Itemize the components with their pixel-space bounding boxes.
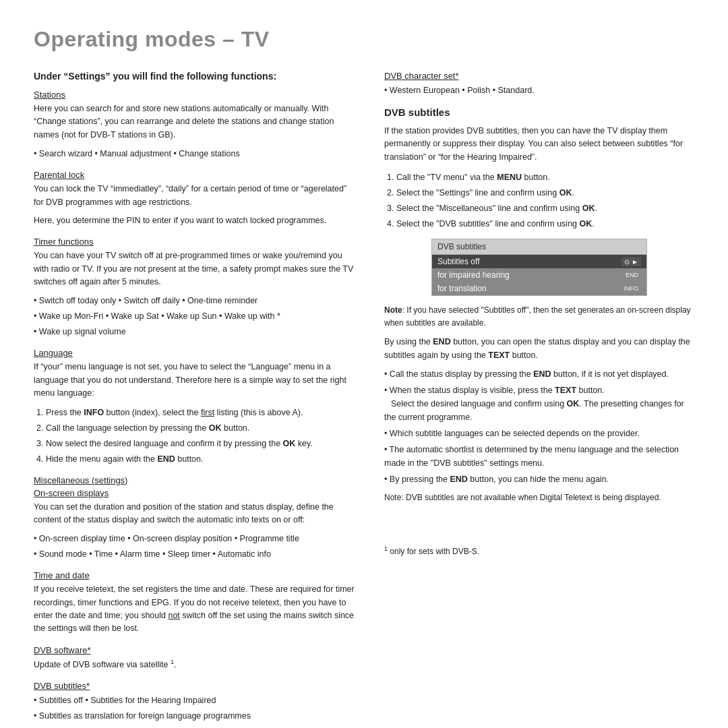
dvb-bullet-4: • The automatic shortlist is determined … [384, 443, 694, 470]
timer-bullets3: • Wake up signal volume [34, 325, 357, 338]
dvb-step-2: Select the "Settings" line and confirm u… [396, 186, 694, 200]
dvb-char-set-title: DVB character set* [384, 71, 694, 81]
dvb-menu-row-2: for impaired hearing END [432, 268, 646, 282]
dvb-menu-box: DVB subtitles Subtitles off ⊙ ► for impa… [431, 239, 647, 296]
language-block: Language If “your” menu language is not … [34, 348, 357, 465]
dvb-subtitles-list-block: DVB subtitles* • Subtitles off • Subtitl… [34, 681, 357, 723]
timer-bullets2: • Wake up Mon-Fri • Wake up Sat • Wake u… [34, 309, 357, 323]
text-bold-para: TEXT [488, 351, 510, 360]
ok-bold-step3: OK [582, 204, 595, 213]
on-screen-bullets2: • Sound mode • Time • Alarm time • Sleep… [34, 547, 357, 561]
timer-bullets1: • Switch off today only • Switch off dai… [34, 294, 357, 307]
language-step-2: Call the language selection by pressing … [46, 421, 357, 435]
footer-area: 1 only for sets with DVB-S. [384, 545, 694, 558]
end-bold-b1: END [533, 369, 551, 379]
dvb-step-4: Select the "DVB subtitles" line and conf… [396, 217, 694, 231]
ok-bold-b2: OK [567, 399, 580, 408]
misc-title: Miscellaneous (settings) [34, 475, 357, 485]
on-screen-para1: You can set the duration and position of… [34, 501, 357, 527]
dvb-menu-row-3: for translation INFO [432, 282, 646, 295]
stations-block: Stations Here you can search for and sto… [34, 90, 357, 160]
language-step-3: Now select the desired language and conf… [46, 437, 357, 450]
left-column: Under “Settings” you will find the follo… [34, 71, 357, 728]
language-step-4: Hide the menu again with the END button. [46, 452, 357, 466]
stations-title: Stations [34, 90, 357, 100]
dvb-menu-row1-badge: ⊙ ► [621, 257, 641, 266]
superscript-footer: 1 [384, 545, 388, 552]
ok-bold-2: OK [283, 439, 296, 448]
timer-block: Timer functions You can have your TV swi… [34, 237, 357, 338]
text-bold-b2: TEXT [555, 386, 576, 395]
dvb-menu-row2-text: for impaired hearing [437, 270, 623, 280]
main-heading: Under “Settings” you will find the follo… [34, 71, 357, 82]
stations-bullets: • Search wizard • Manual adjustment • Ch… [34, 147, 357, 160]
dvb-software-title: DVB software* [34, 645, 357, 655]
first-underline: first [201, 408, 214, 417]
on-screen-bullets1: • On-screen display time • On-screen dis… [34, 532, 357, 545]
dvb-subtitles-bullet-2: • Subtitles as translation for foreign l… [34, 709, 357, 723]
language-step-1: Press the INFO button (index), select th… [46, 406, 357, 419]
dvb-bullet-5: • By pressing the END button, you can hi… [384, 473, 694, 486]
dvb-menu-row3-text: for translation [437, 284, 621, 293]
parental-lock-para2: Here, you determine the PIN to enter if … [34, 214, 357, 227]
miscellaneous-block: Miscellaneous (settings) On-screen displ… [34, 475, 357, 562]
dvb-software-para1: Update of DVB software via satellite 1. [34, 658, 357, 672]
superscript-1: 1 [171, 659, 174, 665]
parental-lock-title: Parental lock [34, 170, 357, 180]
time-date-para1: If you receive teletext, the set registe… [34, 583, 357, 636]
stations-para1: Here you can search for and store new st… [34, 102, 357, 142]
dvb-char-set-block: DVB character set* • Western European • … [384, 71, 694, 97]
dvb-subtitles-steps: Call the "TV menu" via the MENU button. … [384, 171, 694, 231]
dvb-menu-row1-text: Subtitles off [437, 257, 619, 266]
note1: Note: If you have selected "Subtitles of… [384, 304, 694, 329]
ok-bold-1: OK [209, 423, 222, 433]
time-date-title: Time and date [34, 570, 357, 580]
end-text-para: By using the END button, you can open th… [384, 336, 694, 362]
dvb-software-block: DVB software* Update of DVB software via… [34, 645, 357, 672]
dvb-step-3: Select the "Miscellaneous" line and conf… [396, 202, 694, 215]
dvb-bullet-2: • When the status display is visible, pr… [384, 384, 694, 424]
language-para1: If “your” menu language is not set, you … [34, 361, 357, 400]
dvb-subtitles-section: DVB subtitles If the station provides DV… [384, 107, 694, 164]
end-bold-lang: END [157, 454, 175, 464]
dvb-char-set-bullets: • Western European • Polish • Standard. [384, 84, 694, 97]
page-container: Operating modes – TV Under “Settings” yo… [0, 0, 728, 728]
dvb-bullets-block: • Call the status display by pressing th… [384, 367, 694, 486]
end-bold-b5: END [450, 475, 467, 484]
content-area: Under “Settings” you will find the follo… [34, 71, 694, 728]
dvb-subtitles-heading: DVB subtitles [384, 107, 694, 118]
dvb-subtitles-para1: If the station provides DVB subtitles, t… [384, 125, 694, 164]
dvb-bullet-3: • Which subtitle languages can be select… [384, 427, 694, 440]
ok-bold-step4: OK [580, 219, 593, 229]
end-bold-para: END [433, 337, 450, 346]
dvb-menu-row-1: Subtitles off ⊙ ► [432, 255, 646, 268]
parental-lock-para1: You can lock the TV “immediatley”, “dail… [34, 183, 357, 209]
parental-lock-block: Parental lock You can lock the TV “immed… [34, 170, 357, 227]
menu-bold: MENU [497, 173, 522, 182]
note1-label: Note [384, 305, 402, 315]
right-column: DVB character set* • Western European • … [384, 71, 694, 728]
language-steps: Press the INFO button (index), select th… [34, 406, 357, 466]
dvb-step-1: Call the "TV menu" via the MENU button. [396, 171, 694, 184]
timer-para1: You can have your TV switch off at pre-p… [34, 249, 357, 289]
language-title: Language [34, 348, 357, 358]
time-date-block: Time and date If you receive teletext, t… [34, 570, 357, 636]
dvb-menu-title: DVB subtitles [432, 239, 646, 255]
dvb-subtitles-list-title: DVB subtitles* [34, 681, 357, 691]
not-underline: not [168, 611, 179, 620]
dvb-bullet-2-continued: Select the desired language and confirm … [384, 399, 684, 422]
dvb-menu-row3-badge: INFO [621, 284, 642, 293]
footer-superscript-note: 1 only for sets with DVB-S. [384, 545, 694, 558]
ok-bold-step2: OK [559, 188, 572, 198]
info-bold: INFO [84, 408, 104, 417]
dvb-subtitles-bullet-1: • Subtitles off • Subtitles for the Hear… [34, 694, 357, 707]
on-screen-title: On-screen displays [34, 488, 357, 498]
dvb-bullet-1: • Call the status display by pressing th… [384, 367, 694, 381]
dvb-menu-row2-badge: END [623, 271, 641, 279]
note2: Note: DVB subtitles are not available wh… [384, 491, 694, 504]
timer-title: Timer functions [34, 237, 357, 247]
page-title: Operating modes – TV [34, 27, 694, 52]
